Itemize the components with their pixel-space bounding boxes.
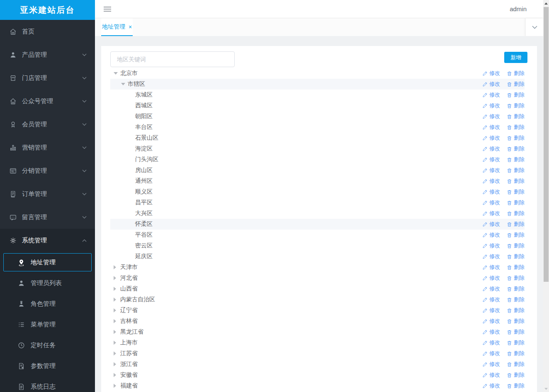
delete-link[interactable]: 删除	[507, 70, 525, 77]
tab-options-dropdown[interactable]	[525, 18, 543, 36]
delete-link[interactable]: 删除	[507, 328, 525, 336]
sidebar-item-orders[interactable]: 订单管理	[0, 182, 95, 206]
edit-link[interactable]: 修改	[482, 145, 500, 152]
delete-link[interactable]: 删除	[507, 339, 525, 346]
sidebar-item-stores[interactable]: 门店管理	[0, 66, 95, 90]
delete-link[interactable]: 删除	[507, 382, 525, 390]
edit-link[interactable]: 修改	[482, 264, 500, 271]
username[interactable]: admin	[510, 5, 527, 12]
close-icon[interactable]: ×	[129, 24, 132, 30]
scroll-up-arrow-icon[interactable]	[543, 0, 549, 7]
expand-arrow-icon[interactable]	[114, 308, 120, 312]
edit-link[interactable]: 修改	[482, 328, 500, 336]
edit-link[interactable]: 修改	[482, 307, 500, 314]
delete-link[interactable]: 删除	[507, 177, 525, 185]
edit-link[interactable]: 修改	[482, 296, 500, 303]
edit-link[interactable]: 修改	[482, 231, 500, 239]
edit-link[interactable]: 修改	[482, 285, 500, 293]
hamburger-menu-icon[interactable]	[104, 5, 111, 13]
delete-link[interactable]: 删除	[507, 123, 525, 131]
sidebar-item-home[interactable]: 首页	[0, 20, 95, 43]
edit-link[interactable]: 修改	[482, 80, 500, 88]
sidebar-item-parameters[interactable]: 参数管理	[0, 356, 95, 376]
expand-arrow-icon[interactable]	[114, 351, 120, 356]
edit-link[interactable]: 修改	[482, 242, 500, 249]
expand-arrow-icon[interactable]	[114, 384, 120, 388]
delete-link[interactable]: 删除	[507, 210, 525, 217]
delete-link[interactable]: 删除	[507, 307, 525, 314]
search-input[interactable]	[110, 51, 235, 67]
sidebar-item-address-management[interactable]: 地址管理	[3, 253, 92, 271]
edit-link[interactable]: 修改	[482, 91, 500, 99]
expand-arrow-icon[interactable]	[114, 276, 120, 280]
sidebar-item-system-logs[interactable]: 系统日志	[0, 376, 95, 392]
edit-link[interactable]: 修改	[482, 210, 500, 217]
sidebar-item-scheduled-tasks[interactable]: 定时任务	[0, 335, 95, 356]
delete-link[interactable]: 删除	[507, 220, 525, 228]
delete-link[interactable]: 删除	[507, 113, 525, 120]
sidebar-item-roles[interactable]: 角色管理	[0, 293, 95, 314]
expand-arrow-icon[interactable]	[114, 373, 120, 377]
expand-arrow-icon[interactable]	[114, 298, 120, 302]
edit-link[interactable]: 修改	[482, 134, 500, 142]
edit-link[interactable]: 修改	[482, 199, 500, 206]
sidebar-item-official-account[interactable]: 公众号管理	[0, 90, 95, 113]
scroll-down-arrow-icon[interactable]	[543, 385, 549, 392]
delete-link[interactable]: 删除	[507, 91, 525, 99]
delete-link[interactable]: 删除	[507, 361, 525, 368]
delete-link[interactable]: 删除	[507, 188, 525, 196]
sidebar-item-system[interactable]: 系统管理	[0, 229, 95, 252]
expand-arrow-icon[interactable]	[114, 287, 120, 291]
sidebar-item-products[interactable]: 产品管理	[0, 43, 95, 66]
delete-link[interactable]: 删除	[507, 102, 525, 109]
edit-link[interactable]: 修改	[482, 123, 500, 131]
delete-link[interactable]: 删除	[507, 167, 525, 174]
expand-arrow-icon[interactable]	[114, 341, 120, 345]
tab-address-management[interactable]: 地址管理 ×	[101, 18, 133, 36]
edit-link[interactable]: 修改	[482, 274, 500, 282]
sidebar-item-marketing[interactable]: 营销管理	[0, 136, 95, 159]
collapse-arrow-icon[interactable]	[114, 72, 120, 75]
delete-link[interactable]: 删除	[507, 242, 525, 249]
delete-link[interactable]: 删除	[507, 156, 525, 163]
delete-link[interactable]: 删除	[507, 253, 525, 260]
delete-link[interactable]: 删除	[507, 317, 525, 325]
edit-link[interactable]: 修改	[482, 113, 500, 120]
edit-link[interactable]: 修改	[482, 167, 500, 174]
collapse-arrow-icon[interactable]	[121, 83, 128, 85]
delete-link[interactable]: 删除	[507, 296, 525, 303]
sidebar-item-admin-list[interactable]: 管理员列表	[0, 273, 95, 293]
scrollbar[interactable]	[543, 0, 549, 392]
edit-link[interactable]: 修改	[482, 382, 500, 390]
delete-link[interactable]: 删除	[507, 285, 525, 293]
delete-link[interactable]: 删除	[507, 264, 525, 271]
delete-link[interactable]: 删除	[507, 199, 525, 206]
edit-link[interactable]: 修改	[482, 102, 500, 109]
edit-link[interactable]: 修改	[482, 350, 500, 357]
edit-link[interactable]: 修改	[482, 317, 500, 325]
delete-link[interactable]: 删除	[507, 371, 525, 379]
delete-link[interactable]: 删除	[507, 134, 525, 142]
edit-link[interactable]: 修改	[482, 220, 500, 228]
delete-link[interactable]: 删除	[507, 145, 525, 152]
delete-link[interactable]: 删除	[507, 80, 525, 88]
expand-arrow-icon[interactable]	[114, 265, 120, 269]
sidebar-item-messages[interactable]: 留言管理	[0, 206, 95, 229]
edit-link[interactable]: 修改	[482, 188, 500, 196]
sidebar-item-menus[interactable]: 菜单管理	[0, 314, 95, 335]
edit-link[interactable]: 修改	[482, 177, 500, 185]
delete-link[interactable]: 删除	[507, 231, 525, 239]
sidebar-item-members[interactable]: 会员管理	[0, 113, 95, 136]
expand-arrow-icon[interactable]	[114, 330, 120, 334]
scrollbar-thumb[interactable]	[544, 7, 549, 282]
sidebar-item-distribution[interactable]: 分销管理	[0, 159, 95, 182]
edit-link[interactable]: 修改	[482, 339, 500, 346]
delete-link[interactable]: 删除	[507, 350, 525, 357]
edit-link[interactable]: 修改	[482, 70, 500, 77]
edit-link[interactable]: 修改	[482, 253, 500, 260]
expand-arrow-icon[interactable]	[114, 319, 120, 323]
expand-arrow-icon[interactable]	[114, 362, 120, 366]
edit-link[interactable]: 修改	[482, 371, 500, 379]
edit-link[interactable]: 修改	[482, 156, 500, 163]
edit-link[interactable]: 修改	[482, 361, 500, 368]
